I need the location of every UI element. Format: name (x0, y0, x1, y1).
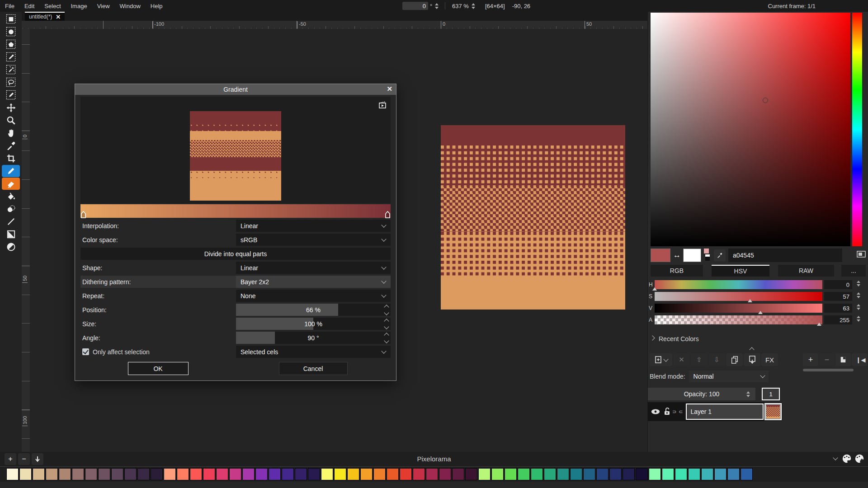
ellipse-select-tool[interactable] (2, 26, 20, 38)
opacity-spinner[interactable] (746, 391, 750, 397)
hex-color-input[interactable]: a04545 (728, 249, 842, 262)
palette-swatch[interactable] (505, 468, 517, 480)
menu-edit[interactable]: Edit (19, 0, 39, 12)
palette-swatch[interactable] (151, 468, 163, 480)
zoom-tool[interactable] (2, 114, 20, 127)
layer-fx-button[interactable]: FX (761, 353, 778, 366)
h-slider[interactable] (655, 280, 822, 289)
v-slider[interactable] (655, 304, 822, 313)
palette-swatch[interactable] (33, 468, 45, 480)
palette-swatch[interactable] (452, 468, 464, 480)
layer-thumbnail[interactable] (764, 403, 782, 420)
swap-colors-icon[interactable]: ↔ (673, 249, 681, 262)
palette-swatch[interactable] (465, 468, 477, 480)
layer-row[interactable]: ⊃ ⊂ Layer 1 (648, 402, 782, 421)
eraser-tool[interactable] (2, 178, 20, 190)
menu-help[interactable]: Help (146, 0, 168, 12)
menu-select[interactable]: Select (39, 0, 66, 12)
menu-file[interactable]: File (0, 0, 19, 12)
palette-swatch[interactable] (426, 468, 438, 480)
palette-swatch[interactable] (269, 468, 281, 480)
s-spinner[interactable] (857, 292, 860, 298)
palette-swatch[interactable] (334, 468, 346, 480)
blend-mode-dropdown[interactable]: Normal (689, 371, 769, 382)
only-affect-selection-checkbox[interactable] (82, 348, 89, 355)
timeline-collapse-icon[interactable] (750, 347, 754, 352)
tab-untitled[interactable]: untitled(*) ✕ (25, 12, 65, 21)
zoom-spinner[interactable] (472, 3, 475, 9)
palette-swatch[interactable] (439, 468, 451, 480)
a-slider[interactable] (655, 315, 822, 324)
palette-swatch[interactable] (85, 468, 97, 480)
first-frame-button[interactable]: ❙◀ (855, 353, 867, 366)
secondary-color-swatch[interactable] (683, 249, 701, 262)
delete-layer-button[interactable]: ✕ (673, 353, 690, 366)
palette-swatch[interactable] (59, 468, 71, 480)
tab-hsv[interactable]: HSV (712, 265, 769, 277)
palette-swatch[interactable] (583, 468, 595, 480)
shape-dropdown[interactable]: Linear (236, 262, 391, 274)
color-select-tool[interactable] (2, 51, 20, 63)
palette-swatch[interactable] (636, 468, 648, 480)
default-colors-icon[interactable] (704, 249, 711, 262)
palette-swatch[interactable] (46, 468, 58, 480)
recent-colors-header[interactable]: Recent Colors (651, 335, 699, 343)
timeline-scrollbar[interactable] (803, 369, 854, 371)
palette-swatch[interactable] (491, 468, 504, 480)
tab-raw[interactable]: RAW (778, 265, 834, 277)
ellipse-tool[interactable] (2, 241, 20, 253)
palette-swatch[interactable] (177, 468, 189, 480)
ok-button[interactable]: OK (128, 362, 189, 375)
palette-swatch[interactable] (98, 468, 110, 480)
merge-down-button[interactable] (744, 353, 760, 366)
move-layer-down-button[interactable]: ⇩ (708, 353, 725, 366)
menu-image[interactable]: Image (66, 0, 92, 12)
dialog-title-bar[interactable]: Gradient ✕ (75, 84, 396, 95)
palette-swatch[interactable] (295, 468, 307, 480)
add-layer-button[interactable] (650, 353, 672, 366)
divide-equal-parts-button[interactable]: Divide into equal parts (80, 248, 391, 260)
palette-swatch[interactable] (124, 468, 137, 480)
palette-swatch[interactable] (242, 468, 255, 480)
palette-swatch[interactable] (478, 468, 491, 480)
color-space-dropdown[interactable]: sRGB (236, 234, 391, 246)
move-tool[interactable] (2, 102, 20, 114)
palette-swatch[interactable] (216, 468, 228, 480)
palette-swatch[interactable] (649, 468, 661, 480)
interpolation-dropdown[interactable]: Linear (236, 220, 391, 232)
shading-tool[interactable] (2, 203, 20, 215)
remove-palette-color-button[interactable]: − (18, 453, 30, 465)
pan-tool[interactable] (2, 127, 20, 139)
frame-cell-1[interactable]: 1 (762, 388, 780, 400)
palette-swatch[interactable] (544, 468, 556, 480)
position-slider[interactable]: 66 % (236, 304, 391, 316)
palette-select-chevron-icon[interactable] (833, 455, 838, 460)
palette-swatch[interactable] (282, 468, 294, 480)
layer-link-icon[interactable]: ⊃ ⊂ (672, 409, 684, 415)
layer-visibility-eye-icon[interactable] (651, 408, 660, 415)
angle-slider[interactable]: 90 ° (236, 332, 391, 344)
palette-swatch[interactable] (308, 468, 320, 480)
bucket-tool[interactable] (2, 190, 20, 202)
rotation-spinner[interactable] (435, 3, 439, 9)
move-layer-up-button[interactable]: ⇧ (691, 353, 708, 366)
sort-palette-button[interactable] (32, 453, 43, 465)
layer-lock-icon[interactable] (663, 407, 671, 416)
palette-swatch[interactable] (203, 468, 215, 480)
lasso-tool[interactable] (2, 76, 20, 89)
menu-view[interactable]: View (92, 0, 115, 12)
palette-swatch[interactable] (360, 468, 373, 480)
tab-close-icon[interactable]: ✕ (56, 14, 61, 20)
rectangle-tool[interactable] (2, 228, 20, 240)
palette-swatch[interactable] (347, 468, 359, 480)
paint-select-tool[interactable] (2, 89, 20, 101)
affected-cels-dropdown[interactable]: Selected cels (236, 346, 391, 358)
line-tool[interactable] (2, 216, 20, 228)
palette-swatch[interactable] (111, 468, 123, 480)
palette-swatch[interactable] (675, 468, 687, 480)
eyedropper-button[interactable] (714, 249, 726, 261)
palette-swatch[interactable] (413, 468, 425, 480)
palette-swatch[interactable] (701, 468, 713, 480)
hue-slider[interactable] (852, 13, 862, 246)
palette-swatch[interactable] (137, 468, 150, 480)
